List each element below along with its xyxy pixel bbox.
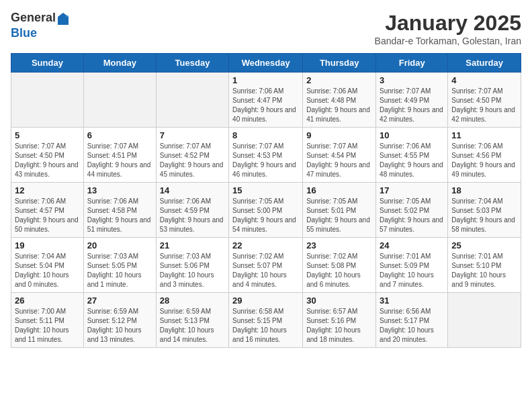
day-number: 27: [87, 295, 152, 306]
day-number: 8: [232, 130, 299, 140]
day-info: Sunrise: 7:07 AM Sunset: 4:54 PM Dayligh…: [306, 142, 372, 179]
calendar-cell: 31Sunrise: 6:56 AM Sunset: 5:17 PM Dayli…: [376, 293, 448, 348]
day-number: 14: [160, 185, 225, 195]
weekday-header-wednesday: Wednesday: [229, 54, 303, 73]
calendar-cell: 19Sunrise: 7:04 AM Sunset: 5:04 PM Dayli…: [11, 238, 84, 293]
day-number: 3: [380, 75, 444, 85]
day-info: Sunrise: 7:06 AM Sunset: 4:47 PM Dayligh…: [232, 87, 299, 124]
calendar-cell: 11Sunrise: 7:06 AM Sunset: 4:56 PM Dayli…: [448, 128, 521, 183]
calendar-cell: 13Sunrise: 7:06 AM Sunset: 4:58 PM Dayli…: [83, 183, 156, 238]
page-header: General Blue January 2025 Bandar-e Torka…: [11, 11, 521, 46]
calendar-cell: 15Sunrise: 7:05 AM Sunset: 5:00 PM Dayli…: [229, 183, 303, 238]
day-info: Sunrise: 7:02 AM Sunset: 5:07 PM Dayligh…: [232, 252, 299, 289]
calendar-cell: 18Sunrise: 7:04 AM Sunset: 5:03 PM Dayli…: [448, 183, 521, 238]
day-number: 21: [160, 240, 225, 250]
day-number: 31: [380, 295, 444, 306]
day-number: 10: [380, 130, 444, 140]
day-info: Sunrise: 7:05 AM Sunset: 5:01 PM Dayligh…: [306, 197, 372, 234]
calendar-cell: 16Sunrise: 7:05 AM Sunset: 5:01 PM Dayli…: [303, 183, 376, 238]
calendar-cell: 23Sunrise: 7:02 AM Sunset: 5:08 PM Dayli…: [303, 238, 376, 293]
day-number: 22: [232, 240, 299, 250]
day-number: 28: [160, 295, 225, 306]
calendar-cell: 22Sunrise: 7:02 AM Sunset: 5:07 PM Dayli…: [229, 238, 303, 293]
day-number: 9: [306, 130, 372, 140]
day-number: 11: [451, 130, 517, 140]
day-number: 25: [451, 240, 517, 250]
calendar-cell: 10Sunrise: 7:06 AM Sunset: 4:55 PM Dayli…: [376, 128, 448, 183]
month-title: January 2025: [375, 11, 521, 36]
day-info: Sunrise: 7:07 AM Sunset: 4:50 PM Dayligh…: [451, 87, 517, 124]
calendar-cell: 20Sunrise: 7:03 AM Sunset: 5:05 PM Dayli…: [83, 238, 156, 293]
day-number: 30: [306, 295, 372, 306]
calendar-cell: 17Sunrise: 7:05 AM Sunset: 5:02 PM Dayli…: [376, 183, 448, 238]
day-info: Sunrise: 7:07 AM Sunset: 4:50 PM Dayligh…: [15, 142, 80, 179]
day-info: Sunrise: 7:00 AM Sunset: 5:11 PM Dayligh…: [15, 307, 80, 345]
weekday-header-row: SundayMondayTuesdayWednesdayThursdayFrid…: [11, 54, 521, 73]
logo-blue: Blue: [11, 26, 37, 40]
day-info: Sunrise: 7:01 AM Sunset: 5:10 PM Dayligh…: [451, 252, 517, 289]
calendar-cell: 26Sunrise: 7:00 AM Sunset: 5:11 PM Dayli…: [11, 293, 84, 348]
day-info: Sunrise: 7:07 AM Sunset: 4:49 PM Dayligh…: [380, 87, 444, 124]
calendar-week-1: 1Sunrise: 7:06 AM Sunset: 4:47 PM Daylig…: [11, 73, 521, 128]
day-number: 19: [15, 240, 80, 250]
day-number: 7: [160, 130, 225, 140]
day-info: Sunrise: 7:01 AM Sunset: 5:09 PM Dayligh…: [380, 252, 444, 289]
day-info: Sunrise: 7:05 AM Sunset: 5:00 PM Dayligh…: [232, 197, 299, 234]
calendar-week-5: 26Sunrise: 7:00 AM Sunset: 5:11 PM Dayli…: [11, 293, 521, 348]
day-number: 24: [380, 240, 444, 250]
logo-general: General: [11, 11, 56, 24]
day-number: 15: [232, 185, 299, 195]
weekday-header-saturday: Saturday: [448, 54, 521, 73]
day-info: Sunrise: 7:03 AM Sunset: 5:06 PM Dayligh…: [160, 252, 225, 289]
day-info: Sunrise: 7:06 AM Sunset: 4:56 PM Dayligh…: [451, 142, 517, 179]
calendar-cell: [83, 73, 156, 128]
calendar-cell: 7Sunrise: 7:07 AM Sunset: 4:52 PM Daylig…: [156, 128, 228, 183]
calendar-cell: 4Sunrise: 7:07 AM Sunset: 4:50 PM Daylig…: [448, 73, 521, 128]
calendar-cell: [11, 73, 84, 128]
calendar-cell: [448, 293, 521, 348]
calendar-cell: 6Sunrise: 7:07 AM Sunset: 4:51 PM Daylig…: [83, 128, 156, 183]
day-info: Sunrise: 7:06 AM Sunset: 4:59 PM Dayligh…: [160, 197, 225, 234]
calendar-cell: 9Sunrise: 7:07 AM Sunset: 4:54 PM Daylig…: [303, 128, 376, 183]
day-number: 1: [232, 75, 299, 85]
day-number: 12: [15, 185, 80, 195]
day-info: Sunrise: 7:06 AM Sunset: 4:58 PM Dayligh…: [87, 197, 152, 234]
logo: General Blue: [11, 11, 71, 40]
weekday-header-sunday: Sunday: [11, 54, 84, 73]
calendar-cell: 24Sunrise: 7:01 AM Sunset: 5:09 PM Dayli…: [376, 238, 448, 293]
calendar-cell: 25Sunrise: 7:01 AM Sunset: 5:10 PM Dayli…: [448, 238, 521, 293]
day-info: Sunrise: 6:59 AM Sunset: 5:13 PM Dayligh…: [160, 307, 225, 345]
calendar-cell: 2Sunrise: 7:06 AM Sunset: 4:48 PM Daylig…: [303, 73, 376, 128]
day-number: 17: [380, 185, 444, 195]
day-info: Sunrise: 6:58 AM Sunset: 5:15 PM Dayligh…: [232, 307, 299, 345]
weekday-header-friday: Friday: [376, 54, 448, 73]
day-number: 2: [306, 75, 372, 85]
calendar-cell: [156, 73, 228, 128]
weekday-header-monday: Monday: [83, 54, 156, 73]
logo-icon: [56, 11, 70, 26]
day-info: Sunrise: 7:03 AM Sunset: 5:05 PM Dayligh…: [87, 252, 152, 289]
day-number: 20: [87, 240, 152, 250]
day-info: Sunrise: 6:57 AM Sunset: 5:16 PM Dayligh…: [306, 307, 372, 345]
calendar-cell: 27Sunrise: 6:59 AM Sunset: 5:12 PM Dayli…: [83, 293, 156, 348]
calendar-week-3: 12Sunrise: 7:06 AM Sunset: 4:57 PM Dayli…: [11, 183, 521, 238]
calendar-cell: 8Sunrise: 7:07 AM Sunset: 4:53 PM Daylig…: [229, 128, 303, 183]
title-block: January 2025 Bandar-e Torkaman, Golestan…: [375, 11, 521, 46]
day-info: Sunrise: 7:02 AM Sunset: 5:08 PM Dayligh…: [306, 252, 372, 289]
day-info: Sunrise: 7:06 AM Sunset: 4:48 PM Dayligh…: [306, 87, 372, 124]
weekday-header-thursday: Thursday: [303, 54, 376, 73]
day-info: Sunrise: 7:07 AM Sunset: 4:52 PM Dayligh…: [160, 142, 225, 179]
day-number: 26: [15, 295, 80, 306]
logo-text: General Blue: [11, 11, 71, 40]
calendar-cell: 28Sunrise: 6:59 AM Sunset: 5:13 PM Dayli…: [156, 293, 228, 348]
calendar-cell: 5Sunrise: 7:07 AM Sunset: 4:50 PM Daylig…: [11, 128, 84, 183]
calendar-cell: 14Sunrise: 7:06 AM Sunset: 4:59 PM Dayli…: [156, 183, 228, 238]
day-info: Sunrise: 6:59 AM Sunset: 5:12 PM Dayligh…: [87, 307, 152, 345]
calendar-cell: 21Sunrise: 7:03 AM Sunset: 5:06 PM Dayli…: [156, 238, 228, 293]
day-info: Sunrise: 7:07 AM Sunset: 4:53 PM Dayligh…: [232, 142, 299, 179]
calendar-cell: 3Sunrise: 7:07 AM Sunset: 4:49 PM Daylig…: [376, 73, 448, 128]
day-number: 4: [451, 75, 517, 85]
calendar-week-4: 19Sunrise: 7:04 AM Sunset: 5:04 PM Dayli…: [11, 238, 521, 293]
calendar-table: SundayMondayTuesdayWednesdayThursdayFrid…: [11, 53, 521, 348]
day-number: 6: [87, 130, 152, 140]
